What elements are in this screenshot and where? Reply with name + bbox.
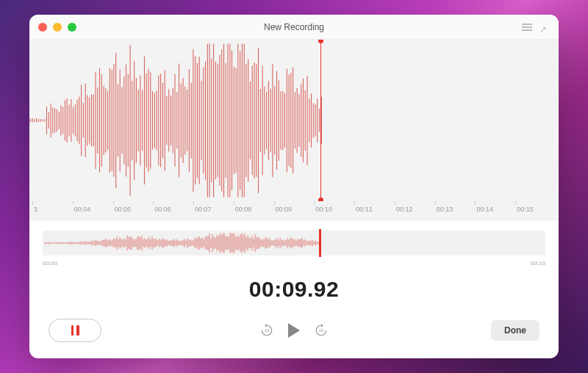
skip-forward-seconds: 15: [315, 324, 328, 337]
voice-memos-window: New Recording 300:0400:0500:0600:0700:08…: [29, 15, 559, 358]
skip-back-seconds: 15: [260, 324, 273, 337]
ruler-tick-label: 00:14: [476, 206, 493, 213]
overview-start-time: 00:00: [43, 260, 57, 267]
titlebar: New Recording: [29, 15, 559, 40]
ruler-tick-label: 3: [34, 206, 37, 213]
overview-waveform-graphic: [44, 233, 544, 253]
overview-time-labels: 00:00 00:10: [29, 258, 559, 267]
ruler-tick-label: 00:15: [517, 206, 534, 213]
center-transport-controls: 15 15: [260, 323, 328, 338]
pause-icon: [71, 325, 79, 336]
waveform-graphic: [29, 40, 559, 201]
ruler-tick-label: 00:10: [315, 206, 332, 213]
ruler-tick-label: 00:05: [115, 206, 132, 213]
skip-back-button[interactable]: 15: [260, 324, 273, 337]
skip-forward-button[interactable]: 15: [315, 324, 328, 337]
overview-strip[interactable]: [43, 231, 545, 256]
playback-controls: 15 15 Done: [29, 304, 559, 358]
pause-record-button[interactable]: [49, 319, 101, 342]
ruler-tick-label: 00:12: [396, 206, 413, 213]
current-timecode: 00:09.92: [29, 277, 559, 302]
ruler-tick-label: 00:11: [356, 206, 373, 213]
overview-end-time: 00:10: [531, 260, 545, 267]
play-button[interactable]: [288, 323, 300, 338]
done-button[interactable]: Done: [491, 320, 539, 341]
ruler-tick-label: 00:08: [235, 206, 252, 213]
ruler-tick-label: 00:09: [276, 206, 293, 213]
overview-playhead[interactable]: [319, 229, 321, 257]
ruler-tick-label: 00:07: [195, 206, 212, 213]
waveform-display[interactable]: [29, 40, 559, 201]
playhead-indicator[interactable]: [320, 40, 321, 201]
window-title: New Recording: [29, 22, 559, 32]
ruler-tick-label: 00:13: [437, 206, 453, 213]
time-ruler[interactable]: 300:0400:0500:0600:0700:0800:0900:1000:1…: [29, 201, 559, 220]
ruler-tick-label: 00:06: [154, 206, 171, 213]
ruler-tick-label: 00:04: [74, 206, 91, 213]
